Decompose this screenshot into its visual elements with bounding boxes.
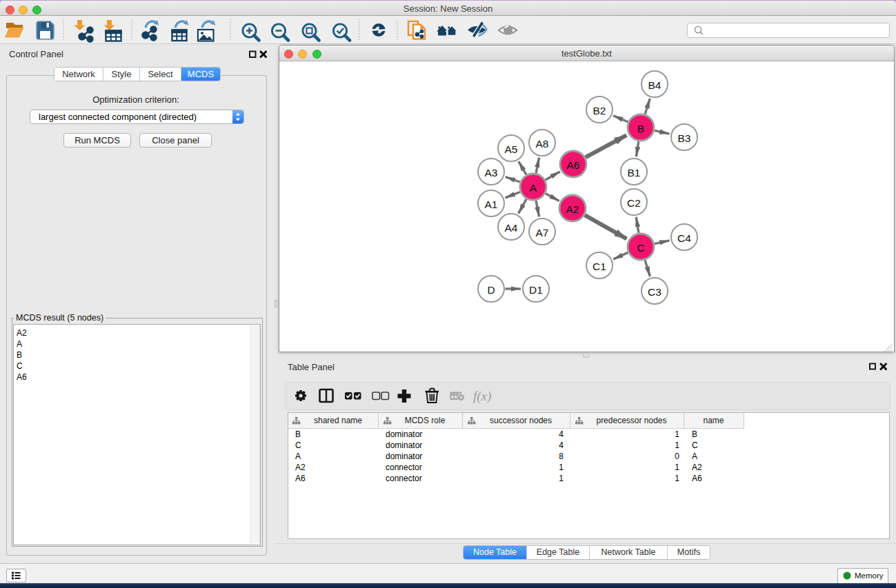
svg-text:A7: A7 (536, 227, 549, 239)
svg-text:A4: A4 (505, 222, 518, 234)
svg-text:C4: C4 (677, 232, 691, 244)
svg-text:A1: A1 (485, 199, 498, 210)
svg-text:B2: B2 (593, 105, 606, 116)
svg-text:A6: A6 (567, 159, 580, 171)
svg-text:C2: C2 (627, 197, 641, 209)
svg-text:D: D (487, 284, 495, 296)
svg-text:A8: A8 (536, 138, 549, 150)
svg-text:B3: B3 (678, 132, 691, 144)
svg-text:A3: A3 (485, 167, 498, 179)
svg-text:f(x): f(x) (473, 389, 491, 404)
svg-text:A2: A2 (566, 203, 579, 215)
svg-text:B: B (637, 123, 644, 134)
svg-text:C3: C3 (648, 286, 661, 298)
svg-text:A: A (530, 182, 537, 194)
svg-text:A5: A5 (505, 143, 518, 155)
svg-text:B4: B4 (648, 79, 661, 91)
svg-text:C1: C1 (593, 261, 606, 272)
svg-text:C: C (637, 242, 644, 254)
svg-text:B1: B1 (628, 167, 641, 179)
svg-text:D1: D1 (529, 284, 543, 296)
